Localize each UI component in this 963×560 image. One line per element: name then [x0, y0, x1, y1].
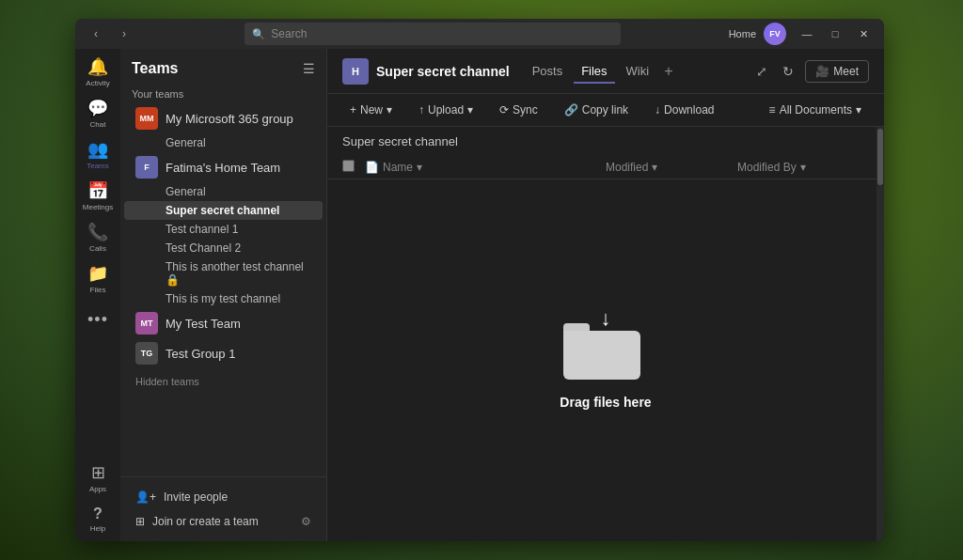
- name-sort-icon: ▾: [417, 161, 422, 174]
- expand-icon[interactable]: ⤢: [752, 60, 771, 83]
- sidebar-item-help[interactable]: ? Help: [79, 500, 117, 537]
- sidebar-apps-label: Apps: [89, 485, 106, 493]
- sidebar-icons: 🔔 Activity 💬 Chat 👥 Teams 📅 Meetings 📞 C…: [75, 49, 120, 541]
- search-bar[interactable]: 🔍 Search: [245, 23, 621, 45]
- app-window: ‹ › 🔍 Search Home FV — □ ✕: [75, 19, 884, 541]
- channel-tabs: Posts Files Wiki +: [525, 59, 753, 84]
- sidebar-item-meetings[interactable]: 📅 Meetings: [79, 177, 117, 214]
- channel-my-test[interactable]: This is my test channel: [124, 289, 323, 308]
- new-chevron-icon: ▾: [387, 103, 392, 117]
- file-icon: 📄: [365, 161, 379, 174]
- teams-section-label: Your teams: [120, 85, 326, 103]
- copy-link-button[interactable]: 🔗 Copy link: [557, 100, 636, 120]
- channel-test2[interactable]: Test Channel 2: [124, 239, 323, 257]
- drag-arrow-icon: ↓: [601, 306, 611, 331]
- sidebar-item-chat[interactable]: 💬 Chat: [79, 94, 117, 132]
- main-view: H Super secret channel Posts Files Wiki …: [327, 49, 884, 541]
- home-label[interactable]: Home: [729, 28, 756, 39]
- title-bar-left: ‹ ›: [83, 21, 137, 47]
- files-breadcrumb: Super secret channel: [327, 127, 884, 156]
- teams-panel-title: Teams: [132, 60, 179, 77]
- title-bar: ‹ › 🔍 Search Home FV — □ ✕: [75, 19, 884, 49]
- teams-filter-icon[interactable]: ☰: [303, 61, 315, 76]
- sidebar-item-activity[interactable]: 🔔 Activity: [79, 53, 117, 90]
- teams-panel: Teams ☰ Your teams MM My Microsoft 365 g…: [120, 49, 327, 541]
- scroll-thumb: [877, 129, 883, 185]
- channel-test1[interactable]: Test channel 1: [124, 220, 323, 239]
- sidebar-item-files[interactable]: 📁 Files: [79, 259, 117, 297]
- meet-camera-icon: 🎥: [815, 65, 829, 78]
- nav-forward-button[interactable]: ›: [111, 21, 137, 47]
- files-icon: 📁: [87, 263, 108, 284]
- search-icon: 🔍: [252, 28, 265, 40]
- channel-general-fatima[interactable]: General: [124, 182, 323, 201]
- files-empty-state: ↓ Drag files here: [327, 179, 884, 541]
- teams-list: MM My Microsoft 365 group ••• General F …: [120, 103, 326, 476]
- close-button[interactable]: ✕: [850, 21, 876, 47]
- channel-name: Super secret channel: [376, 64, 510, 79]
- folder-body: [563, 331, 640, 380]
- files-table-header: 📄 Name ▾ Modified ▾ Modified By ▾: [327, 156, 884, 179]
- refresh-icon[interactable]: ↻: [779, 60, 797, 83]
- tab-files[interactable]: Files: [574, 60, 614, 84]
- sidebar-item-teams[interactable]: 👥 Teams: [79, 135, 117, 173]
- nav-back-button[interactable]: ‹: [83, 21, 109, 47]
- maximize-button[interactable]: □: [822, 21, 848, 47]
- select-all-checkbox[interactable]: [342, 160, 355, 172]
- new-icon: +: [350, 103, 356, 117]
- modby-sort-icon: ▾: [800, 161, 806, 174]
- title-bar-right: Home FV — □ ✕: [729, 21, 876, 47]
- add-tab-button[interactable]: +: [660, 59, 676, 84]
- settings-icon[interactable]: ⚙: [301, 515, 311, 528]
- file-modified-col-header[interactable]: Modified ▾: [606, 161, 737, 174]
- file-name-col-header[interactable]: 📄 Name ▾: [365, 161, 606, 174]
- files-toolbar: + New ▾ ↑ Upload ▾ ⟳ Sync 🔗 Copy link: [327, 94, 884, 127]
- join-icon: ⊞: [135, 515, 145, 528]
- team-name-mytest: My Test Team: [166, 317, 297, 331]
- files-scrollbar[interactable]: [876, 127, 884, 541]
- channel-header: H Super secret channel Posts Files Wiki …: [327, 49, 884, 94]
- join-create-team-button[interactable]: ⊞ Join or create a team ⚙: [128, 509, 319, 534]
- main-content: 🔔 Activity 💬 Chat 👥 Teams 📅 Meetings 📞 C…: [75, 49, 884, 541]
- invite-people-button[interactable]: 👤+ Invite people: [128, 485, 319, 509]
- tab-wiki[interactable]: Wiki: [619, 60, 657, 84]
- channel-super-secret[interactable]: Super secret channel: [124, 201, 323, 220]
- avatar[interactable]: FV: [764, 23, 786, 45]
- team-avatar-fatima: F: [135, 156, 158, 179]
- sidebar-chat-label: Chat: [90, 120, 106, 129]
- meet-button[interactable]: 🎥 Meet: [805, 60, 869, 83]
- upload-button[interactable]: ↑ Upload ▾: [411, 100, 481, 120]
- file-modby-col-header[interactable]: Modified By ▾: [737, 161, 869, 174]
- team-item-ms365[interactable]: MM My Microsoft 365 group •••: [124, 103, 323, 133]
- team-item-mytest[interactable]: MT My Test Team •••: [124, 308, 323, 338]
- view-selector[interactable]: ≡ All Documents ▾: [762, 100, 869, 120]
- team-avatar-ms365: MM: [135, 107, 158, 130]
- team-item-fatima[interactable]: F Fatima's Home Team •••: [124, 152, 323, 182]
- tab-posts[interactable]: Posts: [525, 60, 571, 84]
- team-name-testgroup1: Test Group 1: [166, 347, 297, 361]
- team-avatar-testgroup1: TG: [135, 342, 158, 365]
- new-button[interactable]: + New ▾: [342, 100, 400, 120]
- download-icon: ↓: [655, 103, 660, 117]
- channel-another-test[interactable]: This is another test channel 🔒: [124, 257, 323, 289]
- channel-general-ms365[interactable]: General: [124, 133, 323, 152]
- calls-icon: 📞: [87, 222, 108, 242]
- sidebar-calls-label: Calls: [89, 244, 106, 253]
- sidebar-activity-label: Activity: [86, 79, 109, 87]
- sidebar-item-more[interactable]: •••: [79, 301, 117, 338]
- teams-bottom: 👤+ Invite people ⊞ Join or create a team…: [120, 476, 326, 541]
- sidebar-item-apps[interactable]: ⊞ Apps: [79, 459, 117, 496]
- sidebar-help-label: Help: [90, 524, 105, 533]
- team-name-ms365: My Microsoft 365 group: [166, 112, 297, 126]
- apps-icon: ⊞: [91, 462, 105, 483]
- sync-button[interactable]: ⟳ Sync: [492, 100, 545, 120]
- copy-link-icon: 🔗: [564, 103, 578, 117]
- sidebar-item-calls[interactable]: 📞 Calls: [79, 218, 117, 256]
- files-area: Super secret channel 📄 Name ▾ Modified ▾: [327, 127, 884, 541]
- channel-header-actions: ⤢ ↻ 🎥 Meet: [752, 60, 869, 83]
- team-item-testgroup1[interactable]: TG Test Group 1 •••: [124, 338, 323, 368]
- download-button[interactable]: ↓ Download: [647, 100, 721, 120]
- minimize-button[interactable]: —: [794, 21, 820, 47]
- team-avatar-mytest: MT: [135, 312, 158, 334]
- drag-files-label: Drag files here: [560, 395, 651, 410]
